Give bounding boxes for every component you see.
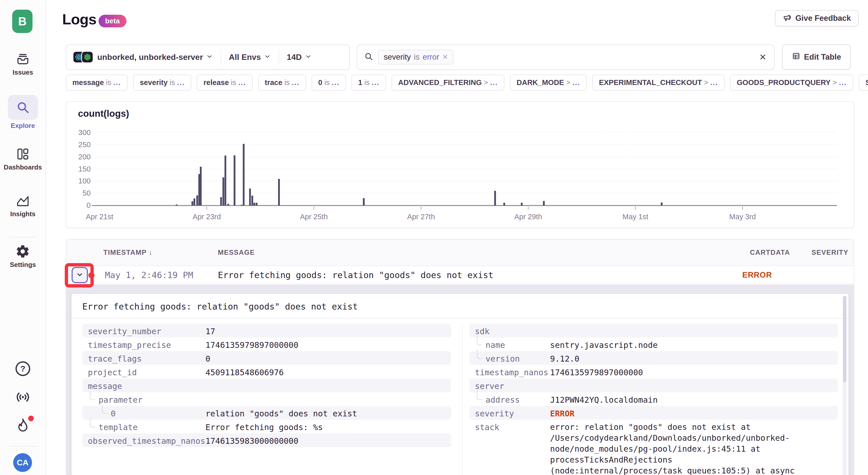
log-row-timestamp: May 1, 2:46:19 PM: [105, 270, 193, 280]
column-header-cartdata[interactable]: CARTDATA: [726, 249, 790, 257]
sort-desc-icon: ↓: [149, 249, 153, 256]
log-search-input[interactable]: severity is error ✕ ✕: [357, 44, 775, 70]
logs-table-panel: TIMESTAMP ↓ MESSAGE CARTDATA SEVERITY Ma…: [66, 239, 854, 475]
detail-field-address: addressJ12PWN42YQ.localdomain: [469, 392, 838, 406]
logs-page: B Issues Explore: [0, 0, 868, 475]
page-filter-bar: unborked, unborked-server All Envs 14D: [66, 44, 350, 70]
chart-plot-area[interactable]: Apr 21stApr 23rdApr 25thApr 27thApr 29th…: [93, 133, 837, 206]
sidebar-item-explore[interactable]: Explore: [0, 95, 46, 130]
filter-chip-GOODS_PRODUCTQUERY[interactable]: GOODS_PRODUCTQUERY > ...: [730, 75, 853, 91]
field-value: 1746135979897000000: [550, 368, 643, 377]
edit-table-button[interactable]: Edit Table: [782, 44, 851, 70]
sidebar-item-label: Settings: [0, 261, 46, 269]
filter-chip-release[interactable]: release is ...: [197, 75, 252, 91]
detail-field-server: server: [469, 379, 838, 392]
y-tick-label: 250: [66, 141, 91, 149]
log-detail-heading: Error fetching goods: relation "goods" d…: [82, 301, 358, 312]
search-token-severity-error[interactable]: severity is error ✕: [378, 50, 454, 64]
detail-field-project_id: project_id4509118548606976: [82, 365, 451, 379]
sidebar-item-dashboards[interactable]: Dashboards: [0, 147, 46, 171]
field-value: error: relation "goods" does not exist a…: [550, 422, 795, 475]
field-key: timestamp_precise: [88, 340, 171, 350]
project-selector[interactable]: unborked, unborked-server: [73, 52, 213, 62]
onboarding-button[interactable]: [0, 417, 46, 434]
x-tick-mark: [635, 207, 636, 210]
detail-column-divider: [462, 324, 463, 475]
filter-chip-severity[interactable]: severity is ...: [133, 75, 191, 91]
tree-connector: [102, 404, 107, 414]
date-range-selector[interactable]: 14D: [287, 53, 312, 62]
environment-selector-label: All Envs: [229, 53, 261, 62]
explore-active-tile: [8, 95, 38, 120]
give-feedback-button[interactable]: Give Feedback: [775, 10, 859, 26]
filter-chip-1[interactable]: 1 is ...: [351, 75, 386, 91]
x-tick-mark: [207, 207, 207, 210]
column-header-severity[interactable]: SEVERITY: [800, 249, 848, 257]
filter-chip-trace[interactable]: trace is ...: [258, 75, 306, 91]
chart-bar: [222, 177, 224, 206]
collapse-row-button[interactable]: [72, 267, 88, 283]
org-logo[interactable]: B: [12, 10, 32, 33]
filter-chip-ADVANCED_FILTERING[interactable]: ADVANCED_FILTERING > ...: [392, 75, 504, 91]
notification-dot: [28, 416, 34, 421]
sidebar-item-label: Issues: [0, 69, 46, 76]
give-feedback-label: Give Feedback: [795, 14, 851, 23]
detail-scrollbar[interactable]: [843, 296, 846, 475]
detail-field-timestamp_precise: timestamp_precise1746135979897000000: [82, 337, 451, 351]
tree-connector: [90, 418, 95, 427]
sidebar-item-label: Insights: [0, 210, 46, 218]
detail-field-name: namesentry.javascript.node: [469, 337, 838, 351]
detail-field-version: version9.12.0: [469, 351, 838, 365]
x-tick-label: May 3rd: [730, 213, 756, 221]
field-key: timestamp_nanos: [475, 368, 548, 377]
column-header-message[interactable]: MESSAGE: [218, 249, 255, 257]
chart-bar: [243, 144, 245, 206]
gridline: [93, 132, 837, 133]
filter-separator: [279, 49, 279, 65]
detail-field-message: message: [82, 379, 451, 392]
chart-title: count(logs): [78, 108, 129, 119]
environment-selector[interactable]: All Envs: [229, 53, 271, 62]
field-value: 1746135979897000000: [206, 340, 299, 350]
log-row-expanded-area: Error fetching goods: relation "goods" d…: [66, 285, 854, 475]
field-key: server: [475, 381, 504, 391]
chart-bar: [251, 196, 253, 206]
gridline: [93, 169, 837, 169]
field-key: severity_number: [88, 327, 161, 336]
see-full-list-label: See full list: [865, 78, 868, 87]
filter-chip-EXPERIMENTAL_CHECKOUT[interactable]: EXPERIMENTAL_CHECKOUT > ...: [592, 75, 724, 91]
filter-chip-DARK_MODE[interactable]: DARK_MODE > ...: [510, 75, 587, 91]
whats-new-button[interactable]: [0, 389, 46, 405]
chart-bar: [278, 179, 280, 206]
field-value: 4509118548606976: [206, 368, 284, 377]
x-tick-label: Apr 21st: [86, 213, 113, 221]
detail-field-trace_flags: trace_flags0: [82, 351, 451, 365]
y-tick-label: 100: [66, 177, 91, 185]
page-title: Logs: [62, 11, 96, 28]
chart-bar: [256, 203, 257, 206]
help-button[interactable]: ?: [0, 361, 46, 376]
column-header-timestamp[interactable]: TIMESTAMP ↓: [103, 249, 153, 257]
sidebar: B Issues Explore: [0, 0, 46, 475]
sidebar-item-label: Explore: [0, 122, 46, 130]
search-clear-icon[interactable]: ✕: [759, 52, 767, 62]
detail-field-observed_timestamp_nanos: observed_timestamp_nanos1746135983000000…: [82, 433, 451, 447]
chart-bar: [661, 202, 662, 206]
sidebar-item-insights[interactable]: Insights: [0, 193, 46, 218]
log-row[interactable]: May 1, 2:46:19 PM Error fetching goods: …: [66, 266, 854, 284]
sidebar-item-settings[interactable]: Settings: [0, 244, 46, 269]
filter-chip-message[interactable]: message is ...: [66, 75, 127, 91]
token-remove-icon[interactable]: ✕: [442, 53, 448, 61]
help-icon: ?: [16, 361, 30, 376]
search-icon: [15, 100, 30, 115]
x-tick-mark: [528, 207, 528, 210]
see-full-list-button[interactable]: See full list: [859, 75, 868, 91]
gridline: [93, 193, 837, 193]
tree-connector: [477, 391, 482, 400]
user-avatar[interactable]: CA: [13, 453, 32, 472]
filter-chip-0[interactable]: 0 is ...: [312, 75, 346, 91]
gear-icon: [0, 244, 46, 259]
sidebar-item-issues[interactable]: Issues: [0, 52, 46, 76]
field-key: sdk: [475, 327, 490, 336]
detail-field-sdk: sdk: [469, 324, 838, 337]
